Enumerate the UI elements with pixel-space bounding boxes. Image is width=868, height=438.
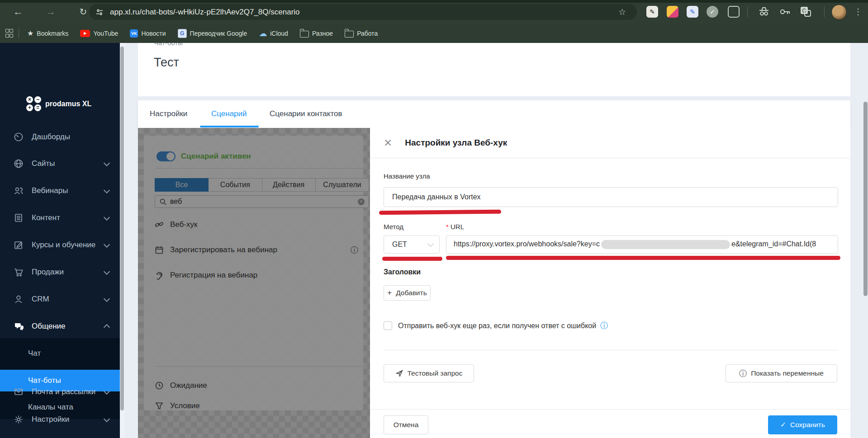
star-icon: ★ [27,29,33,38]
node-name-input[interactable]: Передача данных в Vortex [384,187,838,207]
gear-icon [14,414,24,424]
bookmark-news[interactable]: VKНовости [130,29,166,38]
tab-contact-scenarios[interactable]: Сценарии контактов [270,109,342,118]
url-text[interactable]: app.xl.ru/chat-bots/-wHkiUz-pE2lhAev2Q7_… [110,8,300,17]
youtube-icon: ▶ [80,30,90,37]
chevron-down-icon [104,415,110,422]
sidebar-item-webinars[interactable]: Вебинары [0,182,120,200]
reload-icon[interactable]: ↻ [76,0,91,24]
method-select[interactable]: GET [384,235,440,254]
method-value: GET [392,240,407,249]
sidebar-item-courses[interactable]: Курсы и обучение [0,236,120,254]
extension-pen-icon[interactable]: ✎ [687,6,698,18]
bookmark-google-translate[interactable]: GПереводчик Google [178,29,247,38]
bookmark-bookmarks[interactable]: ★Bookmarks [27,29,68,38]
add-header-button[interactable]: + Добавить [384,285,431,301]
people-icon [14,186,24,196]
info-icon[interactable]: ⓘ [600,320,608,331]
modal-backdrop-overlay[interactable] [138,128,370,438]
cloud-icon: ☁ [259,28,267,38]
sidebar-subitem-chat[interactable]: Чат [0,344,120,363]
tab-scenario[interactable]: Сценарий [211,109,247,118]
apps-grid-icon[interactable] [5,29,12,38]
extension-check-icon[interactable]: ✓ [707,6,718,18]
inner-scrollbar-thumb[interactable] [120,47,124,410]
sidebar-item-dashboards[interactable]: Дашборды [0,128,120,146]
app-logo[interactable]: ×−+= prodamus XL [26,96,91,111]
translate-icon[interactable]: G [800,6,811,19]
sidebar-item-content[interactable]: Контент [0,209,120,227]
page-tabs: Настройки Сценарий Сценарии контактов [138,100,850,128]
sidebar-item-mail[interactable]: Почта и рассылки [0,383,120,401]
required-asterisk: * [446,223,449,231]
chevron-up-icon [104,324,110,330]
scenario-canvas: Сценарий активен Все События Действия Сл… [138,128,370,438]
page-header-card: Чат-боты Тест [138,43,850,96]
panel-header: ✕ Настройки узла Веб-хук [370,128,850,158]
vk-icon: VK [130,29,138,38]
method-label: Метод [384,223,403,231]
active-tab-underline [200,126,259,127]
info-icon: ⓘ [739,368,747,379]
browser-menu-icon[interactable]: ⋮ [854,0,862,24]
sidebar-item-sales[interactable]: Продажи [0,263,120,281]
annotation-underline-name [379,210,501,215]
node-name-value: Передача данных в Vortex [392,193,481,201]
show-variables-button[interactable]: ⓘ Показать переменные [726,364,837,382]
sidebar-item-settings[interactable]: Настройки [0,410,120,429]
gauge-icon [14,132,24,142]
site-settings-icon[interactable] [95,8,104,16]
address-bar[interactable]: app.xl.ru/chat-bots/-wHkiUz-pE2lhAev2Q7_… [89,4,637,20]
password-key-icon[interactable] [779,7,791,19]
close-icon[interactable]: ✕ [384,137,392,149]
chat-bubbles-icon [14,321,24,331]
chevron-down-icon [104,268,110,274]
node-name-label: Название узла [384,172,430,180]
test-request-button[interactable]: Тестовый запрос [384,364,474,382]
retry-checkbox-row: Отправить веб-хук еще раз, если получен … [384,320,608,331]
sidebar-item-sites[interactable]: Сайты [0,155,120,173]
page-scrollbar-thumb[interactable] [863,102,868,296]
url-input[interactable]: https://proxy.vortex.pro/webhooks/sale?k… [446,235,838,254]
webhook-settings-panel: ✕ Настройки узла Веб-хук Название узла П… [370,128,850,438]
edit-square-icon [14,240,24,250]
chevron-down-icon [104,187,110,193]
extensions-puzzle-icon[interactable] [728,6,740,18]
annotation-underline-method [382,257,442,261]
bookmark-youtube[interactable]: ▶YouTube [80,30,118,37]
breadcrumb[interactable]: Чат-боты [154,43,244,48]
extension-pencils-icon[interactable] [667,6,678,18]
bookmarks-bar: ★Bookmarks ▶YouTube VKНовости GПереводчи… [0,24,868,43]
retry-checkbox[interactable] [384,321,392,330]
browser-toolbar: ← → ↻ ⌂ app.xl.ru/chat-bots/-wHkiUz-pE2l… [0,0,868,24]
retry-checkbox-label: Отправить веб-хук еще раз, если получен … [398,322,596,330]
plus-icon: + [387,288,392,297]
bookmark-star-icon[interactable]: ☆ [618,7,626,17]
folder-icon [300,31,309,38]
incognito-icon[interactable] [758,6,770,19]
chevron-down-icon [104,160,110,166]
redacted-key-blur [601,240,730,249]
chevron-down-icon [104,214,110,220]
bookmark-icloud[interactable]: ☁iCloud [259,28,288,38]
chevron-down-icon [427,240,434,247]
tab-settings[interactable]: Настройки [150,109,187,118]
folder-icon [345,31,354,38]
headers-label: Заголовки [384,268,421,276]
bookmark-folder-misc[interactable]: Разное [300,29,333,38]
url-value: https://proxy.vortex.pro/webhooks/sale?k… [454,240,816,249]
save-button[interactable]: ✓ Сохранить [768,415,837,434]
profile-avatar[interactable] [831,5,847,20]
sidebar-item-crm[interactable]: CRM [0,290,120,308]
bookmark-folder-work[interactable]: Работа [345,29,378,38]
back-icon[interactable]: ← [10,0,26,24]
cancel-button[interactable]: Отмена [384,415,428,434]
url-label: * URL [446,223,464,231]
envelope-icon [14,387,24,397]
chevron-down-icon [104,388,110,394]
extension-notes-icon[interactable]: ✎ [646,6,658,18]
forward-icon[interactable]: → [43,0,58,24]
window-top-edge [0,0,868,3]
sidebar-item-communication[interactable]: Общение [0,317,120,335]
document-list-icon [14,213,24,223]
